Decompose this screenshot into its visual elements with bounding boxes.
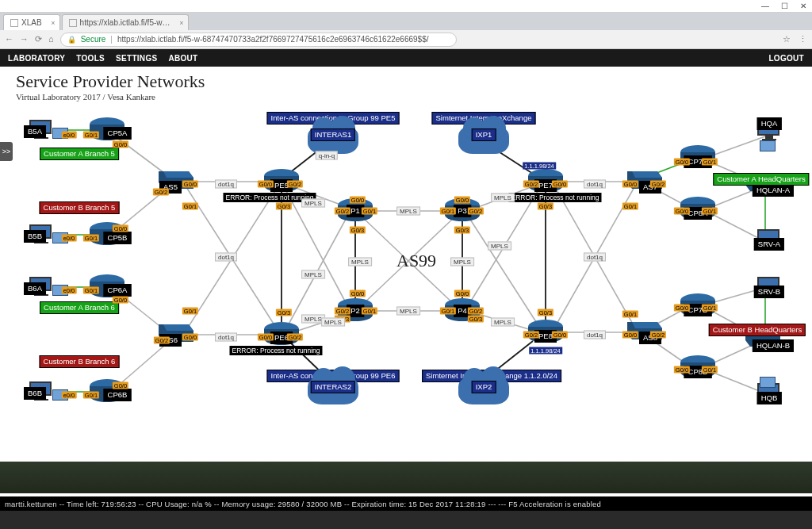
iface: G0/1 bbox=[182, 203, 198, 210]
svg-marker-75 bbox=[163, 171, 193, 178]
iface: G0/0 bbox=[674, 208, 690, 215]
page-favicon-icon bbox=[10, 19, 18, 27]
window-close-button[interactable]: ✕ bbox=[799, 2, 807, 10]
nav-back-icon[interactable]: ← bbox=[5, 34, 13, 44]
nav-item-laboratory[interactable]: LABORATORY bbox=[8, 54, 65, 63]
iface: G0/0 bbox=[454, 290, 470, 297]
iface: G0/1 bbox=[83, 235, 99, 242]
lock-icon: 🔒 bbox=[67, 36, 76, 44]
hub-hqa[interactable] bbox=[760, 140, 776, 151]
linklabel: dot1q bbox=[584, 180, 606, 189]
iface: G0/2 bbox=[287, 334, 303, 341]
browser-tab[interactable]: https://xlab.ictlab.fi/f5-w… × bbox=[62, 14, 189, 30]
url-text: https://xlab.ictlab.fi/f5-w-68747470733a… bbox=[117, 35, 429, 44]
label-b6b: B6B bbox=[24, 387, 46, 400]
browser-tab-title: https://xlab.ictlab.fi/f5-w… bbox=[80, 18, 170, 27]
linklabel: MPLS bbox=[301, 199, 325, 208]
iface: G0/0 bbox=[674, 159, 690, 166]
linklabel: dot1q bbox=[584, 331, 606, 339]
iface: G0/0 bbox=[454, 197, 470, 204]
linklabel: dot1q bbox=[215, 180, 237, 189]
iface: G0/0 bbox=[182, 334, 198, 341]
linklabel: dot1q bbox=[215, 333, 237, 342]
browser-menu-icon[interactable]: ⋮ bbox=[799, 34, 807, 44]
iface: G0/1 bbox=[83, 287, 99, 294]
iface: G0/0 bbox=[113, 225, 128, 232]
iface: G0/1 bbox=[702, 208, 718, 215]
iface: G0/0 bbox=[113, 297, 128, 304]
svg-marker-77 bbox=[163, 324, 193, 331]
nav-item-settings[interactable]: SETTINGS bbox=[116, 54, 157, 63]
iface: G0/1 bbox=[362, 208, 377, 215]
close-tab-icon[interactable]: × bbox=[51, 19, 55, 27]
iface: e0/0 bbox=[62, 132, 77, 139]
nav-item-about[interactable]: ABOUT bbox=[168, 54, 197, 63]
os-titlebar: — ☐ ✕ bbox=[0, 0, 812, 13]
label-custB6: Customer B Branch 6 bbox=[40, 355, 120, 368]
label-b5b: B5B bbox=[24, 230, 46, 243]
iface: G0/0 bbox=[113, 141, 128, 148]
iface: G0/1 bbox=[440, 308, 456, 315]
label-cp5a: CP5A bbox=[104, 127, 132, 140]
nav-reload-icon[interactable]: ⟳ bbox=[35, 34, 42, 44]
window-minimize-button[interactable]: — bbox=[761, 2, 769, 10]
window-maximize-button[interactable]: ☐ bbox=[780, 2, 788, 10]
linklabel: MPLS bbox=[396, 307, 420, 316]
linklabel: MPLS bbox=[491, 194, 515, 202]
hub-hqb[interactable] bbox=[760, 377, 776, 388]
iface: G0/0 bbox=[258, 181, 274, 188]
iface: G0/2 bbox=[650, 181, 666, 188]
iface: G0/1 bbox=[702, 159, 718, 166]
iface: G0/0 bbox=[113, 382, 128, 389]
iface: G0/0 bbox=[552, 332, 568, 339]
label-b6a: B6A bbox=[24, 282, 46, 295]
linklabel: MPLS bbox=[450, 258, 474, 266]
iface: G0/0 bbox=[622, 181, 638, 188]
iface: e0/0 bbox=[62, 392, 77, 399]
nav-home-icon[interactable]: ⌂ bbox=[48, 34, 54, 44]
iface: G0/3 bbox=[276, 309, 292, 316]
iface: G0/3 bbox=[468, 316, 484, 323]
iface: G0/2 bbox=[287, 181, 303, 188]
label-interas2: INTERAS2 bbox=[311, 381, 355, 393]
label-srva: SRV-A bbox=[754, 238, 784, 251]
iface: G0/0 bbox=[674, 305, 690, 312]
iface: G0/1 bbox=[83, 392, 99, 399]
label-cp6a: CP6A bbox=[104, 284, 132, 297]
iface: G0/3 bbox=[276, 203, 292, 210]
svg-marker-81 bbox=[632, 322, 662, 328]
browser-tabstrip: XLAB × https://xlab.ictlab.fi/f5-w… × bbox=[0, 13, 812, 30]
label-custbhq: Customer B HeadQuarters bbox=[709, 324, 806, 336]
topology-canvas[interactable]: Service Provider Networks Virtual Labora… bbox=[0, 67, 812, 511]
label-custA6: Customer A Branch 6 bbox=[40, 301, 119, 314]
label-hqa: HQA bbox=[757, 117, 782, 130]
iface: G0/1 bbox=[702, 366, 718, 374]
nav-forward-icon[interactable]: → bbox=[20, 34, 29, 44]
iface: G0/0 bbox=[552, 181, 568, 188]
svg-marker-79 bbox=[632, 171, 662, 178]
label-b5a: B5A bbox=[24, 125, 46, 138]
close-tab-icon[interactable]: × bbox=[179, 19, 183, 27]
error-pe6: ERROR: Process not running bbox=[229, 346, 322, 355]
address-bar[interactable]: 🔒 Secure | https://xlab.ictlab.fi/f5-w-6… bbox=[60, 33, 457, 47]
nav-item-tools[interactable]: TOOLS bbox=[76, 54, 105, 63]
error-pe7: ERROR: Process not running bbox=[508, 193, 601, 202]
label-hqb: HQB bbox=[757, 392, 782, 404]
ip-pe8: 1.1.1.98/24 bbox=[529, 347, 562, 355]
iface: e0/0 bbox=[62, 287, 77, 294]
label-srvb: SRV-B bbox=[754, 286, 784, 298]
browser-tab[interactable]: XLAB × bbox=[3, 14, 60, 30]
label-interas1: INTERAS1 bbox=[311, 128, 355, 141]
iface: G0/1 bbox=[622, 203, 638, 210]
ip-pe7: 1.1.1.98/24 bbox=[523, 163, 556, 170]
status-bar: martti.kettunen -- Time left: 719:56:23 … bbox=[0, 496, 812, 511]
iface: G0/2 bbox=[335, 208, 350, 215]
nav-item-logout[interactable]: LOGOUT bbox=[768, 54, 804, 63]
linklabel: MPLS bbox=[301, 270, 325, 279]
bookmark-star-icon[interactable]: ☆ bbox=[783, 34, 791, 44]
label-cp5b: CP5B bbox=[104, 232, 132, 244]
iface: G0/2 bbox=[468, 308, 484, 315]
iface: G0/1 bbox=[182, 308, 198, 315]
as-label: AS99 bbox=[396, 251, 436, 271]
label-hqlan-b: HQLAN-B bbox=[753, 339, 794, 352]
